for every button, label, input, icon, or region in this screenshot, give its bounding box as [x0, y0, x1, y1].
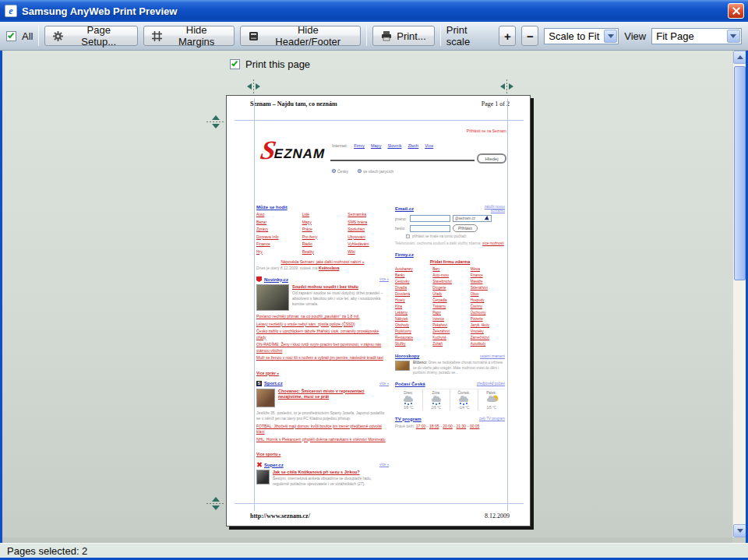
- page-link: Papír: [432, 311, 467, 316]
- page-link: Úschovny: [471, 311, 505, 316]
- radio-icon: [358, 169, 362, 173]
- sport-icon: S: [256, 381, 262, 386]
- toolbar: All Page Setup... Hide Margins Hide Head…: [0, 22, 748, 51]
- margin-handle-bottom[interactable]: [206, 497, 225, 510]
- print-this-page-checkbox[interactable]: [230, 59, 240, 69]
- margin-guide-top: [235, 120, 524, 121]
- page-link: Města: [471, 267, 505, 273]
- weather-icon: [423, 396, 450, 405]
- check-icon: [231, 60, 238, 67]
- page-link: Tiskárny: [432, 305, 467, 310]
- page-header-title: Seznam – Najdu tam, co neznám: [250, 100, 337, 107]
- page-footer-url: http://www.seznam.cz/: [250, 512, 310, 519]
- firmy-section-head: Firmy.cz: [395, 252, 505, 257]
- super-text: Šestým, internetová anketa obsadíme se d…: [273, 476, 389, 487]
- firmy-links: AutobazaryBankyCestovkyDivadlaDovolenáHo…: [395, 267, 505, 347]
- super-thumbnail: [256, 470, 270, 484]
- page-link: Autobazary: [395, 267, 429, 273]
- page-link: Poslanci nechtějí přiznat, na co použili…: [256, 314, 389, 320]
- zoom-out-button[interactable]: −: [521, 26, 538, 46]
- cloud-icon: [404, 398, 413, 402]
- app-icon: e: [5, 5, 17, 17]
- page-link: Služby: [395, 342, 429, 347]
- search-scope-radios: Česky ve všech jazycích: [332, 169, 393, 174]
- page-link: ON-RADÍME: Ženy i kluci tvrdí svým prací…: [256, 342, 389, 354]
- page-link: Hospody: [471, 298, 505, 304]
- sport-text: Jestliže 35. poslední, to je prostřednic…: [256, 410, 389, 421]
- horoskopy-more-link: ostatní znamení: [480, 354, 505, 358]
- sport-lead: Chovanec: Šmicerovi místo v reprezentaci…: [256, 389, 389, 407]
- margin-handle-right[interactable]: [500, 79, 513, 95]
- page-link: Hotely: [395, 298, 429, 304]
- page-link: Spolužáci: [348, 227, 389, 233]
- view-select-value: Fit Page: [652, 30, 726, 42]
- view-select[interactable]: Fit Page: [651, 28, 742, 44]
- email-remember-checkbox: [406, 234, 410, 238]
- hide-margins-button[interactable]: Hide Margins: [143, 26, 235, 46]
- window-title: Samsung AnyWeb Print Preview: [22, 5, 177, 17]
- all-checkbox[interactable]: [6, 31, 16, 41]
- scroll-down-button[interactable]: [733, 524, 746, 537]
- print-label: Print...: [397, 30, 426, 42]
- sport-links: FOTBAL: Jihočeši mají domov, kvůli bouřc…: [256, 424, 389, 443]
- margin-guide-bottom: [235, 503, 524, 504]
- hide-header-footer-button[interactable]: Hide Header/Footer: [240, 26, 361, 46]
- tv-time-link: 18:05: [425, 424, 439, 428]
- chevron-down-icon[interactable]: [604, 30, 617, 43]
- margin-handle-top[interactable]: [206, 115, 225, 129]
- tv-title: TV program: [395, 417, 422, 421]
- date-text: Dnes je úterý 8.12.2009, svátek má: [256, 266, 319, 270]
- weather-day: Čtvrtek: -1/4 °C: [450, 389, 478, 410]
- margin-handle-left[interactable]: [247, 79, 260, 95]
- zoom-in-button[interactable]: +: [499, 26, 516, 46]
- preview-page[interactable]: Seznam – Najdu tam, co neznám Page 1 of …: [226, 95, 531, 527]
- pocasi-title: Počasí Česká: [395, 382, 425, 386]
- page-link: Práce: [302, 227, 344, 233]
- page-link: Sklenářství: [471, 286, 505, 291]
- page-link: Wiki: [348, 249, 389, 255]
- title-bar: e Samsung AnyWeb Print Preview: [0, 0, 748, 22]
- page-link: Stavebnictví: [432, 280, 467, 285]
- weather-temp: 3/8 °C: [395, 406, 422, 410]
- page-footer-date: 8.12.2009: [485, 512, 510, 519]
- email-pass-input: [410, 225, 450, 232]
- weather-day: Pátek: 1/5 °C: [478, 389, 506, 410]
- weather-temp: 1/5 °C: [478, 406, 506, 410]
- email-remember-label: přihlásit se trvale na tomto počítači: [412, 234, 466, 238]
- seznam-logo-text: EZNAM: [273, 147, 326, 160]
- novinky-icon: [256, 276, 262, 282]
- page-link: Seznamka: [348, 212, 389, 218]
- page-link: Auto-moto: [432, 273, 467, 279]
- chevron-down-icon[interactable]: [727, 30, 740, 43]
- scale-select[interactable]: Scale to Fit: [544, 28, 619, 44]
- hide-margins-label: Hide Margins: [167, 24, 226, 48]
- nav-link: Slovník: [387, 143, 401, 148]
- nameday-link: Květoslava: [319, 266, 339, 270]
- close-button[interactable]: [728, 3, 744, 19]
- page-setup-label: Page Setup...: [68, 24, 129, 48]
- page-link: Pekařství: [432, 323, 467, 329]
- scrollbar-thumb[interactable]: [734, 66, 746, 280]
- scroll-up-button[interactable]: [733, 51, 746, 64]
- hodit-links: AutoBazarZprávyDoprava InfoFinanceHry Li…: [256, 212, 389, 255]
- weather-day-label: Čtvrtek:: [450, 391, 478, 395]
- page-link: Zprávy: [256, 227, 298, 233]
- check-icon: [8, 31, 14, 38]
- print-button[interactable]: Print...: [372, 26, 435, 46]
- novinky-lead: Soudci mohou soudit i bez titulu Od zaps…: [256, 284, 389, 311]
- page-link: Létavý nezletilý u vrtule nebyl sám, zji…: [256, 322, 389, 328]
- page-setup-button[interactable]: Page Setup...: [44, 26, 138, 46]
- novinky-footer-link: Více zpráv »: [256, 371, 279, 375]
- scale-select-value: Scale to Fit: [545, 30, 603, 42]
- vertical-scrollbar[interactable]: [732, 51, 746, 537]
- novinky-section-head: Novinky.cz více »: [256, 276, 389, 282]
- horoskopy-thumbnail: [395, 361, 410, 371]
- sport-section-head: SSport.cz více »: [256, 381, 389, 386]
- page-link: Doprava Info: [256, 234, 298, 241]
- super-headline: Jak se cítila Knížkanová při sexu s Jirk…: [273, 470, 389, 476]
- firmy-add-link: Přidat firmu zdarma: [395, 259, 505, 264]
- pocasi-section-head: Počasí Česká předpověď počasí: [395, 382, 505, 386]
- weather-icon: [450, 396, 478, 405]
- novinky-thumbnail: [256, 284, 289, 311]
- page-right-column: Email.cz založit novou schránku jméno: @…: [395, 205, 505, 428]
